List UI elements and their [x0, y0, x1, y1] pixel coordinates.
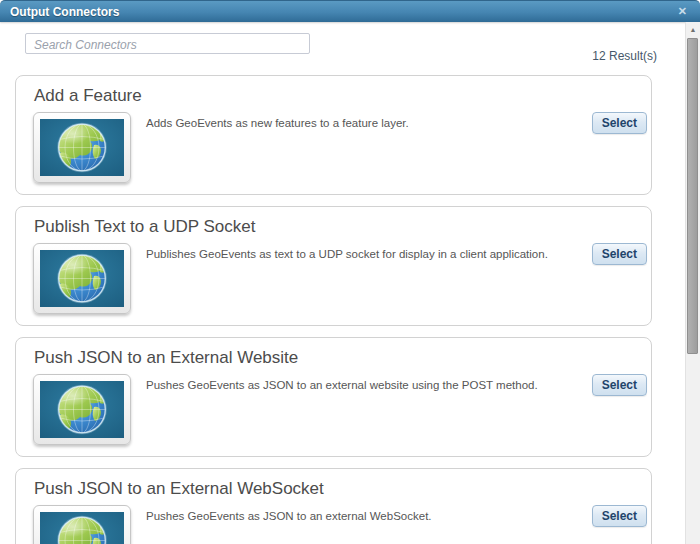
close-icon[interactable]: ✕: [678, 4, 687, 18]
select-button[interactable]: Select: [592, 243, 647, 265]
connector-row: Adds GeoEvents as new features to a feat…: [33, 112, 651, 183]
dialog-title: Output Connectors: [10, 5, 119, 19]
connector-row: Publishes GeoEvents as text to a UDP soc…: [33, 243, 651, 314]
connector-card: Publish Text to a UDP Socket Publishes G…: [15, 206, 652, 326]
connector-card: Push JSON to an External WebSocket Pushe…: [15, 468, 652, 544]
connector-card: Push JSON to an External Website Pushes …: [15, 337, 652, 457]
connector-list: Add a Feature Adds GeoEvents as new feat…: [15, 75, 652, 544]
connector-description: Adds GeoEvents as new features to a feat…: [131, 112, 409, 183]
connector-title: Add a Feature: [34, 86, 651, 106]
connector-row: Pushes GeoEvents as JSON to an external …: [33, 374, 651, 445]
results-count: 12 Result(s): [592, 49, 657, 63]
connector-title: Push JSON to an External WebSocket: [34, 479, 651, 499]
select-button[interactable]: Select: [592, 505, 647, 527]
connector-title: Publish Text to a UDP Socket: [34, 217, 651, 237]
globe-icon: [40, 119, 124, 176]
globe-icon: [40, 381, 124, 438]
globe-icon: [40, 512, 124, 544]
connector-description: Publishes GeoEvents as text to a UDP soc…: [131, 243, 548, 314]
connector-row: Pushes GeoEvents as JSON to an external …: [33, 505, 651, 544]
scrollbar-up-icon[interactable]: ▲: [686, 22, 700, 37]
search-input[interactable]: [25, 33, 310, 54]
connector-description: Pushes GeoEvents as JSON to an external …: [131, 374, 538, 445]
globe-thumbnail: [33, 374, 131, 445]
globe-thumbnail: [33, 243, 131, 314]
globe-icon: [40, 250, 124, 307]
connector-card: Add a Feature Adds GeoEvents as new feat…: [15, 75, 652, 195]
output-connectors-dialog: Output Connectors ✕ 12 Result(s) Add a F…: [0, 0, 700, 544]
connector-title: Push JSON to an External Website: [34, 348, 651, 368]
select-button[interactable]: Select: [592, 112, 647, 134]
globe-thumbnail: [33, 505, 131, 544]
select-button[interactable]: Select: [592, 374, 647, 396]
connector-description: Pushes GeoEvents as JSON to an external …: [131, 505, 432, 544]
scrollbar[interactable]: ▲: [685, 22, 700, 544]
globe-thumbnail: [33, 112, 131, 183]
dialog-titlebar[interactable]: Output Connectors ✕: [0, 0, 700, 22]
scrollbar-thumb[interactable]: [687, 38, 698, 354]
